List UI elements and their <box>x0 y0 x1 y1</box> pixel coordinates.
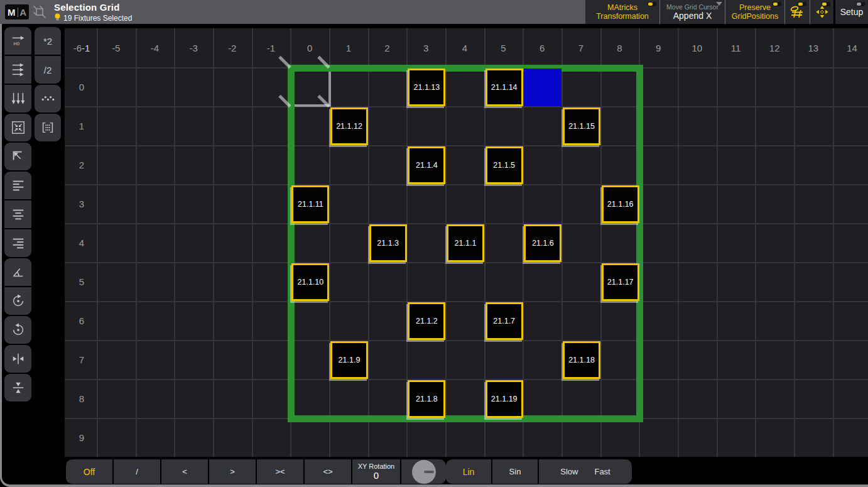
column-header: -2 <box>228 43 236 53</box>
fixture-cell[interactable]: 21.1.8 <box>408 380 445 418</box>
xy-rotation-field[interactable]: XY Rotation0 <box>352 459 400 484</box>
led-indicator <box>773 2 781 6</box>
arrange-row-button[interactable]: H0 <box>4 27 31 55</box>
align-left-button[interactable] <box>4 172 31 199</box>
row-header: 9 <box>79 432 84 443</box>
wing-button-sym2[interactable]: < <box>161 459 208 484</box>
fixture-id: 21.1.7 <box>493 317 515 326</box>
fixture-cell[interactable]: 21.1.6 <box>524 224 561 262</box>
fixture-cell[interactable]: 21.1.1 <box>447 224 484 262</box>
corner-align-button[interactable] <box>4 143 31 170</box>
led-indicator <box>648 2 656 6</box>
column-header: 1 <box>346 43 351 53</box>
column-header: 7 <box>578 43 583 53</box>
row-header: 5 <box>79 276 84 287</box>
matricks-line2: Transformation <box>596 12 649 21</box>
preserve-gridpositions-button[interactable]: Preserve GridPositions <box>725 0 784 24</box>
column-header: 10 <box>692 43 702 53</box>
scale-half-button[interactable]: /2 <box>35 56 61 84</box>
rotation-knob[interactable] <box>412 460 436 484</box>
align-center-button[interactable] <box>4 200 31 228</box>
fixture-id: 21.1.12 <box>336 122 362 131</box>
title-block: Selection Grid 19 Fixtures Selected <box>54 2 132 23</box>
curve-button-lin[interactable]: Lin <box>446 459 491 484</box>
window-title: Selection Grid <box>54 2 132 13</box>
selection-status: 19 Fixtures Selected <box>54 13 132 23</box>
fixture-id: 21.1.18 <box>568 356 595 364</box>
column-header: 9 <box>656 43 661 53</box>
column-header: 12 <box>769 43 780 53</box>
fixture-cell[interactable]: 21.1.17 <box>602 263 639 301</box>
rotate-ccw-button[interactable] <box>4 316 31 344</box>
grid-line <box>97 28 98 457</box>
fixture-id: 21.1.14 <box>491 83 518 92</box>
fixture-cell[interactable]: 21.1.14 <box>486 68 523 106</box>
fixture-cell[interactable]: 21.1.15 <box>563 107 600 145</box>
mirror-horizontal-button[interactable] <box>4 345 31 373</box>
row-header: 7 <box>79 354 84 365</box>
preserve-line2: GridPositions <box>732 12 778 21</box>
ma-logo-m: M <box>5 7 18 18</box>
grid-line <box>252 28 253 457</box>
wing-button-sym1[interactable]: / <box>114 459 160 484</box>
align-right-button[interactable] <box>4 229 31 257</box>
interleave-dots-button[interactable] <box>35 85 61 112</box>
fixture-cell[interactable]: 21.1.12 <box>330 107 368 145</box>
bracket-grid-button[interactable] <box>35 114 61 141</box>
setup-button[interactable]: Setup <box>835 0 868 24</box>
column-header: -1 <box>267 43 275 53</box>
fixture-id: 21.1.8 <box>416 395 438 403</box>
matricks-transformation-button[interactable]: MAtricks Transformation <box>585 0 659 24</box>
fixture-cell[interactable]: 21.1.3 <box>369 224 407 262</box>
curve-button-sin[interactable]: Sin <box>492 459 538 484</box>
selection-grid-area[interactable]: -6-1-5-4-3-2-101234567891011121314012345… <box>65 28 868 457</box>
scale-double-button[interactable]: *2 <box>35 27 61 55</box>
ma-logo[interactable]: M A <box>5 4 29 19</box>
grid-line <box>678 28 679 457</box>
speed-fast-label: Fast <box>594 467 610 476</box>
move-grid-cursor-value: Append X <box>673 11 712 21</box>
mirror-vertical-button[interactable] <box>4 374 31 402</box>
column-header: 8 <box>617 43 622 53</box>
fixture-cell[interactable]: 21.1.5 <box>486 146 523 184</box>
fixture-id: 21.1.6 <box>532 239 554 248</box>
column-header: -5 <box>112 43 120 53</box>
row-header: 8 <box>79 393 84 404</box>
fixture-cell[interactable]: 21.1.10 <box>291 263 329 301</box>
fixture-cell[interactable]: 21.1.4 <box>408 146 445 184</box>
bulb-icon <box>54 13 61 23</box>
fixture-cell[interactable]: 21.1.16 <box>602 185 639 223</box>
column-header: -6-1 <box>73 43 90 53</box>
highlighted-cell[interactable] <box>524 68 561 106</box>
collapse-grid-button[interactable] <box>4 114 31 141</box>
matricks-grid-icon-button[interactable] <box>784 0 810 24</box>
move-grid-cursor-caption: Move Grid Cursor <box>666 3 719 11</box>
speed-control[interactable]: SlowFast <box>539 459 632 484</box>
column-header: 2 <box>384 43 389 53</box>
shift-down-button[interactable] <box>4 85 31 112</box>
fixture-id: 21.1.5 <box>493 161 515 170</box>
fixture-cell[interactable]: 21.1.19 <box>486 380 523 418</box>
grid-line <box>136 28 137 457</box>
column-header: 13 <box>808 43 818 53</box>
led-indicator <box>798 2 806 6</box>
fixture-cell[interactable]: 21.1.7 <box>486 302 523 340</box>
fixture-cell[interactable]: 21.1.11 <box>291 185 329 223</box>
rotate-cw-button[interactable] <box>4 287 31 315</box>
wing-button-sym3[interactable]: > <box>209 459 256 484</box>
move-cursor-icon-button[interactable] <box>810 0 833 24</box>
fixture-cell[interactable]: 21.1.13 <box>408 68 445 106</box>
rotate-angle-button[interactable] <box>4 258 31 286</box>
fixture-cell[interactable]: 21.1.2 <box>408 302 445 340</box>
grid-line <box>717 28 718 457</box>
wing-button-sym4[interactable]: >< <box>257 459 303 484</box>
fixture-cell[interactable]: 21.1.9 <box>330 341 368 379</box>
row-header: 2 <box>79 160 84 170</box>
speed-slow-label: Slow <box>560 467 578 476</box>
fixture-id: 21.1.4 <box>416 161 438 170</box>
fixture-cell[interactable]: 21.1.18 <box>563 341 600 379</box>
shift-right-button[interactable] <box>4 56 31 84</box>
wing-button-sym5[interactable]: <> <box>305 459 351 484</box>
move-grid-cursor-button[interactable]: Move Grid Cursor Append X <box>659 0 725 24</box>
wing-button-Off[interactable]: Off <box>66 459 112 484</box>
